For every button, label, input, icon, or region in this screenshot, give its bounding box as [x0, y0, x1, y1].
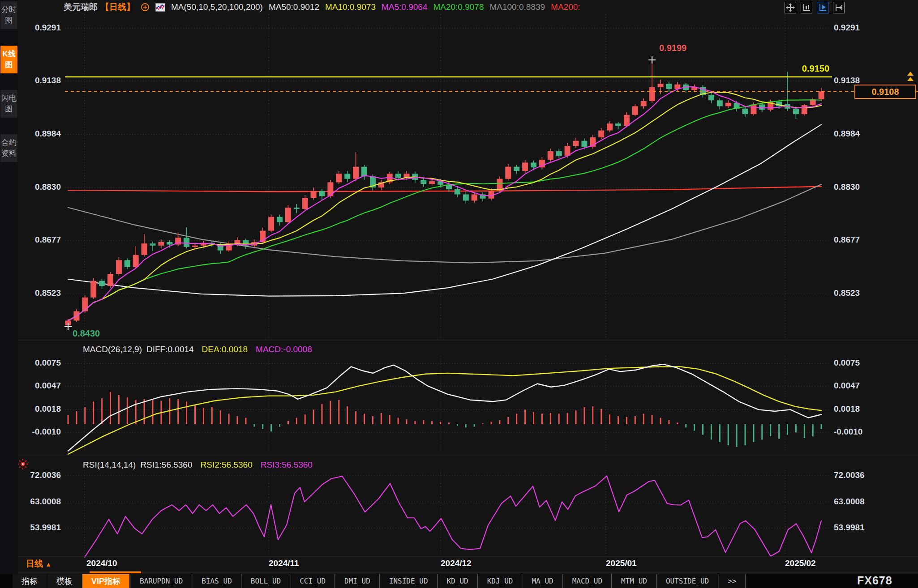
- tab-DMI_UD[interactable]: DMI_UD: [335, 574, 380, 588]
- macd-tick-right: 0.0018: [834, 404, 860, 414]
- rsi-header: RSI(14,14,14) RSI1:56.5360 RSI2:56.5360 …: [83, 460, 313, 470]
- tab-MTM_UD[interactable]: MTM_UD: [612, 574, 656, 588]
- rsi-tick-left: 63.0008: [16, 497, 61, 507]
- price-tick-right: 0.8677: [834, 235, 860, 245]
- tab-BOLL_UD[interactable]: BOLL_UD: [241, 574, 290, 588]
- price-tick-left: 0.9291: [16, 23, 61, 33]
- rsi-params: RSI(14,14,14): [83, 460, 136, 470]
- x-label-2024-11: 2024/11: [269, 558, 299, 568]
- ma5-value: MA5:0.9064: [382, 2, 427, 12]
- macd-header: MACD(26,12,9) DIFF:0.0014 DEA:0.0018 MAC…: [83, 345, 312, 354]
- rsi-tick-left: 72.0036: [16, 470, 61, 480]
- ma10-value: MA10:0.9073: [325, 2, 376, 12]
- rsi-tick-right: 72.0036: [834, 470, 865, 480]
- price-tick-right: 0.9138: [834, 76, 860, 85]
- price-tick-left: 0.8523: [16, 288, 61, 298]
- chart-canvas[interactable]: [0, 0, 918, 588]
- axis-scale-button[interactable]: [801, 2, 812, 13]
- chart-scrollbar[interactable]: [18, 571, 918, 573]
- tab-INSIDE_UD[interactable]: INSIDE_UD: [380, 574, 438, 588]
- tab-指标[interactable]: 指标: [13, 574, 47, 588]
- rsi-tick-right: 63.0008: [834, 497, 865, 507]
- period-arrow-icon: ▲: [45, 561, 51, 568]
- macd-tick-left: -0.0010: [16, 427, 61, 437]
- ma200-value: MA200:: [551, 2, 580, 12]
- rsi2-value: RSI2:56.5360: [201, 460, 253, 470]
- macd-tick-right: 0.0075: [834, 358, 860, 368]
- macd-tick-left: 0.0047: [16, 381, 61, 391]
- low-price-label: 0.8430: [73, 328, 100, 339]
- rsi-tick-left: 53.9981: [16, 523, 61, 533]
- price-tick-left: 0.8830: [16, 182, 61, 192]
- macd-diff-value: DIFF:0.0014: [146, 345, 194, 354]
- chart-header: 美元瑞郎 【日线】 MA(50,10,5,20,100,200) MA50:0.…: [64, 1, 580, 13]
- brand-logo: FX678: [857, 574, 892, 587]
- indicator-tab-bar: 指标模板VIP指标BARUPDN_UDBIAS_UDBOLL_UDCCI_UDD…: [0, 574, 918, 588]
- tab-CCI_UD[interactable]: CCI_UD: [290, 574, 335, 588]
- chart-toolbar: [785, 2, 845, 13]
- x-label-2024-12: 2024/12: [441, 558, 472, 568]
- price-tick-left: 0.8984: [16, 129, 61, 139]
- macd-macd-value: MACD:-0.0008: [256, 345, 312, 354]
- rsi3-value: RSI3:56.5360: [261, 460, 313, 470]
- last-price-box: 0.9108: [854, 85, 916, 99]
- sidebar-item-minute-chart[interactable]: 分时图: [0, 1, 17, 29]
- sidebar-item-flash-chart[interactable]: 闪电图: [0, 90, 17, 118]
- period-tag[interactable]: 【日线】: [101, 1, 135, 13]
- rsi1-value: RSI1:56.5360: [140, 460, 192, 470]
- tab-模板[interactable]: 模板: [47, 574, 82, 588]
- price-up-arrow-icon: [907, 72, 914, 76]
- ma20-value: MA20:0.9078: [433, 2, 484, 12]
- panel-export-button[interactable]: [833, 2, 845, 13]
- price-tick-right: 0.9291: [834, 23, 860, 33]
- macd-tick-left: 0.0018: [16, 404, 61, 414]
- x-label-2024-10: 2024/10: [86, 558, 117, 568]
- x-label-2025-01: 2025/01: [606, 558, 637, 568]
- symbol-name: 美元瑞郎: [64, 1, 98, 13]
- price-tick-left: 0.8677: [16, 235, 61, 245]
- ma100-value: MA100:0.8839: [489, 2, 545, 12]
- move-crosshair-button[interactable]: [785, 2, 796, 13]
- macd-tick-right: -0.0010: [834, 427, 862, 437]
- macd-tick-right: 0.0047: [834, 381, 860, 391]
- tab-BARUPDN_UD[interactable]: BARUPDN_UD: [130, 574, 192, 588]
- price-up-arrow-icon: [907, 77, 914, 81]
- x-label-2025-02: 2025/02: [785, 558, 816, 568]
- macd-params: MACD(26,12,9): [83, 345, 142, 354]
- ma-group-label: MA(50,10,5,20,100,200): [171, 2, 263, 12]
- tab-BIAS_UD[interactable]: BIAS_UD: [192, 574, 241, 588]
- price-tick-right: 0.8984: [834, 129, 860, 139]
- price-tick-left: 0.9138: [16, 76, 61, 85]
- tab-KD_UD[interactable]: KD_UD: [438, 574, 478, 588]
- ma50-value: MA50:0.9012: [269, 2, 319, 12]
- tab->>[interactable]: >>: [718, 574, 746, 588]
- rsi-tick-right: 53.9981: [834, 523, 865, 533]
- add-compare-icon[interactable]: [141, 3, 150, 12]
- sidebar: 分时图 K线图 闪电图 合约资料: [0, 0, 18, 588]
- axis-play-button[interactable]: [817, 2, 828, 13]
- resistance-price-label: 0.9150: [761, 64, 829, 74]
- tab-VIP指标[interactable]: VIP指标: [82, 574, 129, 588]
- tab-MA_UD[interactable]: MA_UD: [522, 574, 562, 588]
- sidebar-item-contract-info[interactable]: 合约资料: [0, 134, 17, 162]
- sidebar-item-kline-chart[interactable]: K线图: [0, 46, 17, 73]
- tab-MACD_UD[interactable]: MACD_UD: [563, 574, 612, 588]
- period-selector[interactable]: 日线 ▲: [26, 558, 51, 570]
- tab-KDJ_UD[interactable]: KDJ_UD: [478, 574, 523, 588]
- scrollbar-thumb[interactable]: [90, 571, 141, 573]
- macd-dea-value: DEA:0.0018: [202, 345, 248, 354]
- price-tick-right: 0.8523: [834, 288, 860, 298]
- price-tick-right: 0.8830: [834, 182, 860, 192]
- high-price-label: 0.9199: [659, 43, 686, 53]
- kline-style-icon[interactable]: [155, 3, 165, 12]
- macd-tick-left: 0.0075: [16, 358, 61, 368]
- tab-OUTSIDE_UD[interactable]: OUTSIDE_UD: [656, 574, 718, 588]
